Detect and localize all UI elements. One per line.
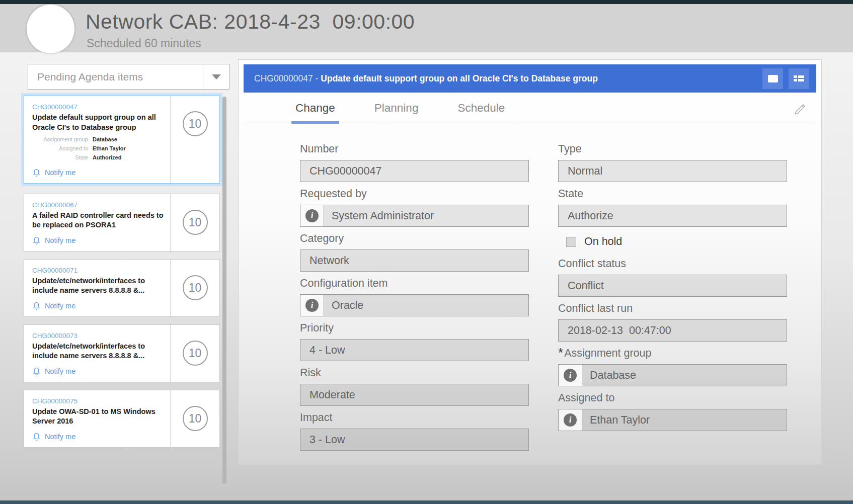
field-label: Risk xyxy=(300,367,529,379)
field-label: Impact xyxy=(300,411,529,424)
list-view-button[interactable] xyxy=(789,68,809,89)
info-icon-button[interactable]: i xyxy=(559,409,582,431)
tab-change[interactable]: Change xyxy=(291,102,339,124)
dropdown-button[interactable] xyxy=(203,64,229,89)
change-form-panel: CHG00000047 - Update default support gro… xyxy=(238,59,822,465)
change-number-link[interactable]: CHG00000067 xyxy=(32,201,77,209)
agenda-card[interactable]: CHG00000075 Update OWA-SD-01 to MS Windo… xyxy=(24,390,220,448)
agenda-card[interactable]: CHG00000047 Update default support group… xyxy=(24,96,220,184)
field-impact: Impact 3 - Low xyxy=(300,411,529,451)
field-input[interactable]: i Ethan Taylor xyxy=(558,409,787,431)
field-label-text: Category xyxy=(300,232,344,245)
field-input[interactable]: CHG00000047 xyxy=(300,160,529,182)
change-short-description: Update OWA-SD-01 to MS Windows Server 20… xyxy=(32,407,166,427)
form-column-right: Type Normal State Authorize On hold Conf… xyxy=(558,143,787,456)
field-value: Moderate xyxy=(300,384,355,405)
field-type: Type Normal xyxy=(558,143,787,182)
agenda-filter-dropdown[interactable]: Pending Agenda items xyxy=(28,64,229,90)
field-configuration-item: Configuration item i Oracle xyxy=(300,277,529,316)
change-number-link[interactable]: CHG00000075 xyxy=(32,397,77,405)
field-label: * Assignment group xyxy=(558,347,787,360)
field-label: Priority xyxy=(300,322,529,334)
form-right-top: Type Normal State Authorize xyxy=(558,143,787,227)
top-strip xyxy=(0,0,853,4)
field-input[interactable]: i System Administrator xyxy=(300,205,529,227)
field-label: Conflict status xyxy=(558,258,787,270)
edit-button[interactable] xyxy=(792,102,808,118)
field-risk: Risk Moderate xyxy=(300,367,529,406)
info-icon: i xyxy=(564,369,577,382)
agenda-card[interactable]: CHG00000071 Update/etc/network/interface… xyxy=(24,259,220,317)
field-input[interactable]: Moderate xyxy=(300,384,529,406)
card-view-icon xyxy=(767,74,779,83)
field-input[interactable]: i Database xyxy=(558,364,787,386)
change-number-link[interactable]: CHG00000071 xyxy=(32,267,77,274)
field-label: Conflict last run xyxy=(558,302,787,315)
notify-me-label: Notify me xyxy=(45,169,75,177)
change-number-link[interactable]: CHG00000073 xyxy=(32,332,77,340)
field-label-text: Conflict last run xyxy=(558,302,633,315)
field-input[interactable]: Authorize xyxy=(558,205,787,227)
field-label-text: Type xyxy=(558,143,582,155)
agenda-card[interactable]: CHG00000067 A failed RAID controller car… xyxy=(24,194,220,251)
detail-label: Assigned to xyxy=(32,144,93,153)
change-detail-rows: Assignment group Database Assigned to Et… xyxy=(32,135,166,162)
field-input[interactable]: 4 - Low xyxy=(300,339,529,361)
change-short-description: A failed RAID controller card needs to b… xyxy=(32,211,166,230)
change-header-number: CHG00000047 xyxy=(254,73,313,84)
notify-me-link[interactable]: Notify me xyxy=(32,361,75,376)
change-short-description: Update default support group on all Orac… xyxy=(32,113,166,132)
field-value: Ethan Taylor xyxy=(582,409,650,431)
detail-row: Assignment group Database xyxy=(32,135,166,144)
field-requested-by: Requested by i System Administrator xyxy=(300,188,529,227)
header-actions xyxy=(762,68,809,89)
form-right-bottom: Conflict status Conflict Conflict last r… xyxy=(558,258,787,431)
change-header-separator: - xyxy=(313,73,321,84)
field-value: System Administrator xyxy=(324,205,434,226)
detail-value: Database xyxy=(93,135,117,144)
bell-icon xyxy=(32,168,41,177)
avatar xyxy=(27,5,74,53)
field-input[interactable]: 2018-02-13 00:47:00 xyxy=(558,319,787,342)
card-view-button[interactable] xyxy=(762,68,783,89)
field-input[interactable]: Network xyxy=(300,249,529,272)
field-state: State Authorize xyxy=(558,188,787,227)
tab-schedule[interactable]: Schedule xyxy=(453,102,509,124)
change-form: Number CHG00000047 Requested by i System… xyxy=(239,124,821,456)
agenda-card[interactable]: CHG00000073 Update/etc/network/interface… xyxy=(24,324,220,382)
detail-row: Assigned to Ethan Taylor xyxy=(32,144,166,153)
notify-me-label: Notify me xyxy=(45,236,75,244)
info-icon-button[interactable]: i xyxy=(300,205,324,226)
edit-pencil-icon xyxy=(793,102,808,117)
field-label-text: Impact xyxy=(300,411,333,424)
field-label-text: Assignment group xyxy=(564,347,651,360)
change-header-bar: CHG00000047 - Update default support gro… xyxy=(244,64,816,93)
notify-me-link[interactable]: Notify me xyxy=(32,296,75,310)
chevron-down-icon xyxy=(212,74,221,79)
duration-badge: 10 xyxy=(183,341,208,366)
info-icon-button[interactable]: i xyxy=(300,295,324,316)
detail-value: Authorized xyxy=(93,153,121,162)
agenda-card-content: CHG00000075 Update OWA-SD-01 to MS Windo… xyxy=(24,390,170,447)
tab-planning[interactable]: Planning xyxy=(370,102,423,124)
notify-me-link[interactable]: Notify me xyxy=(32,230,75,245)
agenda-scrollbar[interactable] xyxy=(222,97,226,484)
field-input[interactable]: Conflict xyxy=(558,275,787,297)
field-label: Assigned to xyxy=(558,392,787,404)
info-icon-button[interactable]: i xyxy=(559,365,582,386)
on-hold-checkbox[interactable] xyxy=(566,237,576,247)
notify-me-link[interactable]: Notify me xyxy=(32,162,75,177)
bell-icon xyxy=(32,367,41,376)
form-column-left: Number CHG00000047 Requested by i System… xyxy=(300,143,529,456)
bell-icon xyxy=(32,236,41,245)
notify-me-link[interactable]: Notify me xyxy=(32,427,75,441)
page-title: Network CAB: 2018-4-23 09:00:00 xyxy=(86,10,415,34)
field-label-text: Risk xyxy=(300,367,321,379)
field-input[interactable]: 3 - Low xyxy=(300,429,529,451)
field-input[interactable]: i Oracle xyxy=(300,294,529,316)
field-value: Normal xyxy=(559,160,602,182)
field-input[interactable]: Normal xyxy=(558,160,787,182)
change-number-link[interactable]: CHG00000047 xyxy=(32,103,77,111)
on-hold-row: On hold xyxy=(566,235,787,248)
info-icon: i xyxy=(305,209,319,222)
